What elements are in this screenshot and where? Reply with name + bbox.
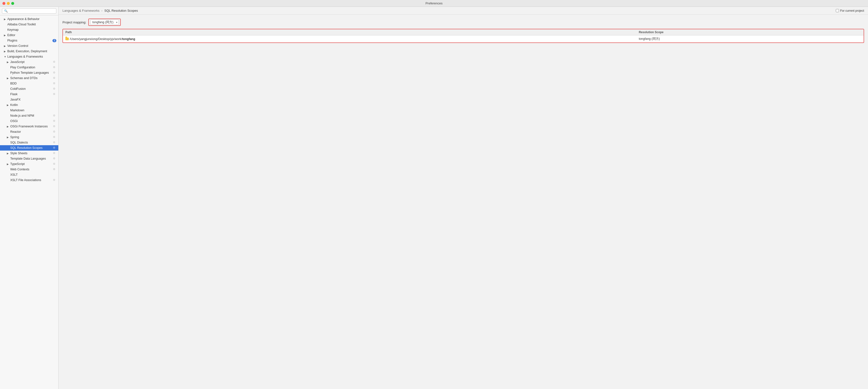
sidebar-item-coldfusion[interactable]: ColdFusion⚙ xyxy=(0,86,58,91)
sidebar-item-label: Kotlin xyxy=(10,103,56,107)
sidebar-item-label: SQL Dialects xyxy=(10,141,53,144)
tree-arrow-icon: ▶ xyxy=(4,50,7,53)
sidebar-item-languages-frameworks[interactable]: ▼Languages & Frameworks xyxy=(0,54,58,59)
gear-icon: ⚙ xyxy=(53,162,56,166)
badge: 8 xyxy=(53,39,56,42)
sidebar-item-spring[interactable]: ▶Spring⚙ xyxy=(0,134,58,140)
sidebar-item-plugins[interactable]: Plugins8 xyxy=(0,38,58,43)
sidebar-tree: ▶Appearance & BehaviorAlibaba Cloud Tool… xyxy=(0,16,58,389)
maximize-button[interactable] xyxy=(11,2,14,5)
sidebar-item-label: Alibaba Cloud Toolkit xyxy=(7,23,56,26)
sidebar-item-label: Web Contexts xyxy=(10,168,53,171)
sidebar-item-style-sheets[interactable]: ▶Style Sheets⚙ xyxy=(0,151,58,156)
sidebar-item-label: Style Sheets xyxy=(10,152,53,155)
sidebar-item-template-data-languages[interactable]: Template Data Languages⚙ xyxy=(0,156,58,161)
mapping-table: Path Resolution Scope /Users/yangjunxion… xyxy=(63,29,864,42)
sidebar-item-version-control[interactable]: ▶Version Control xyxy=(0,43,58,49)
sidebar-item-schemas-and-dtds[interactable]: ▶Schemas and DTDs⚙ xyxy=(0,76,58,81)
sidebar-item-label: Plugins xyxy=(7,39,52,42)
sidebar-item-javafx[interactable]: JavaFX xyxy=(0,97,58,102)
sidebar-item-osgi-framework-instances[interactable]: ▶OSGi Framework Instances⚙ xyxy=(0,124,58,129)
gear-icon: ⚙ xyxy=(53,114,56,117)
project-mapping-select[interactable]: tongfang (同方) xyxy=(90,20,119,25)
sidebar-item-nodejs-npm[interactable]: Node.js and NPM⚙ xyxy=(0,113,58,118)
minimize-button[interactable] xyxy=(7,2,10,5)
project-mapping-select-wrapper[interactable]: tongfang (同方) xyxy=(90,20,119,25)
sidebar-item-kotlin[interactable]: ▶Kotlin xyxy=(0,102,58,108)
sidebar-item-appearance-behavior[interactable]: ▶Appearance & Behavior xyxy=(0,17,58,22)
sidebar-item-label: BDD xyxy=(10,82,53,85)
sidebar-item-xslt-file-associations[interactable]: XSLT File Associations⚙ xyxy=(0,177,58,183)
sidebar-item-label: Editor xyxy=(7,33,56,37)
table-cell-path: /Users/yangjunxiong/Desktop/yjx/work/ton… xyxy=(63,35,636,43)
sidebar-item-build-execution-deployment[interactable]: ▶Build, Execution, Deployment xyxy=(0,49,58,54)
gear-icon: ⚙ xyxy=(53,152,56,155)
gear-icon: ⚙ xyxy=(53,60,56,64)
sidebar-item-sql-dialects[interactable]: SQL Dialects⚙ xyxy=(0,140,58,145)
col-path: Path xyxy=(63,29,636,35)
table-cell-resolution-scope: tongfang (同方) xyxy=(636,35,864,43)
gear-icon: ⚙ xyxy=(53,136,56,139)
table-body: /Users/yangjunxiong/Desktop/yjx/work/ton… xyxy=(63,35,864,43)
sidebar-item-python-template-languages[interactable]: Python Template Languages⚙ xyxy=(0,70,58,76)
sidebar-item-editor[interactable]: ▶Editor xyxy=(0,32,58,38)
gear-icon: ⚙ xyxy=(53,141,56,144)
tree-arrow-icon: ▼ xyxy=(4,55,7,58)
gear-icon: ⚙ xyxy=(53,178,56,182)
gear-icon: ⚙ xyxy=(53,71,56,74)
sidebar-item-markdown[interactable]: Markdown xyxy=(0,108,58,113)
sidebar-item-label: Python Template Languages xyxy=(10,71,53,74)
search-box[interactable] xyxy=(0,7,58,16)
gear-icon: ⚙ xyxy=(53,82,56,85)
tree-arrow-icon: ▶ xyxy=(4,34,7,37)
tree-arrow-icon: ▶ xyxy=(7,77,10,80)
close-button[interactable] xyxy=(2,2,5,5)
for-current-project-checkbox[interactable]: For current project xyxy=(836,9,864,12)
tree-arrow-icon: ▶ xyxy=(7,125,10,128)
sidebar-item-label: Build, Execution, Deployment xyxy=(7,50,56,53)
table-row: /Users/yangjunxiong/Desktop/yjx/work/ton… xyxy=(63,35,864,43)
window-title: Preferences xyxy=(426,1,442,5)
sidebar-item-flask[interactable]: Flask⚙ xyxy=(0,91,58,97)
gear-icon: ⚙ xyxy=(53,119,56,123)
sidebar-item-bdd[interactable]: BDD⚙ xyxy=(0,81,58,86)
sidebar-item-javascript[interactable]: ▶JavaScript⚙ xyxy=(0,59,58,65)
sidebar-item-label: XSLT File Associations xyxy=(10,178,53,182)
sidebar-item-label: XSLT xyxy=(10,173,56,176)
gear-icon: ⚙ xyxy=(53,157,56,160)
sidebar-item-label: Schemas and DTDs xyxy=(10,77,53,80)
tree-arrow-icon: ▶ xyxy=(7,136,10,139)
sidebar-item-keymap[interactable]: Keymap xyxy=(0,27,58,32)
for-current-project-label: For current project xyxy=(840,9,864,12)
table-header: Path Resolution Scope xyxy=(63,29,864,35)
content-body: Project mapping: tongfang (同方) Path Reso… xyxy=(59,14,868,389)
sidebar-item-osgi[interactable]: OSGi⚙ xyxy=(0,118,58,124)
sidebar: ▶Appearance & BehaviorAlibaba Cloud Tool… xyxy=(0,7,59,389)
sidebar-item-label: TypeScript xyxy=(10,162,53,166)
sidebar-item-play-configuration[interactable]: Play Configuration⚙ xyxy=(0,65,58,70)
content-area: Languages & Frameworks › SQL Resolution … xyxy=(59,7,868,389)
gear-icon: ⚙ xyxy=(53,87,56,91)
sidebar-item-label: Flask xyxy=(10,92,53,96)
sidebar-item-label: Spring xyxy=(10,136,53,139)
search-input[interactable] xyxy=(2,8,56,14)
gear-icon: ⚙ xyxy=(53,146,56,150)
traffic-lights xyxy=(2,2,14,5)
project-mapping-highlight: tongfang (同方) xyxy=(88,19,121,26)
sidebar-item-web-contexts[interactable]: Web Contexts⚙ xyxy=(0,167,58,172)
gear-icon: ⚙ xyxy=(53,130,56,133)
sidebar-item-label: Languages & Frameworks xyxy=(7,55,56,58)
sidebar-item-label: JavaFX xyxy=(10,98,56,101)
breadcrumb-parent: Languages & Frameworks xyxy=(62,9,99,12)
sidebar-item-label: OSGi Framework Instances xyxy=(10,125,53,128)
sidebar-item-alibaba-cloud-toolkit[interactable]: Alibaba Cloud Toolkit xyxy=(0,22,58,27)
for-current-project-input[interactable] xyxy=(836,9,839,12)
breadcrumb-bar: Languages & Frameworks › SQL Resolution … xyxy=(59,7,868,14)
sidebar-item-reactor[interactable]: Reactor⚙ xyxy=(0,129,58,134)
sidebar-item-typescript[interactable]: ▶TypeScript⚙ xyxy=(0,161,58,167)
main-window: ▶Appearance & BehaviorAlibaba Cloud Tool… xyxy=(0,7,868,389)
gear-icon: ⚙ xyxy=(53,66,56,69)
sidebar-item-sql-resolution-scopes[interactable]: SQL Resolution Scopes⚙ xyxy=(0,145,58,151)
tree-arrow-icon: ▶ xyxy=(4,44,7,47)
sidebar-item-xslt[interactable]: XSLT xyxy=(0,172,58,177)
